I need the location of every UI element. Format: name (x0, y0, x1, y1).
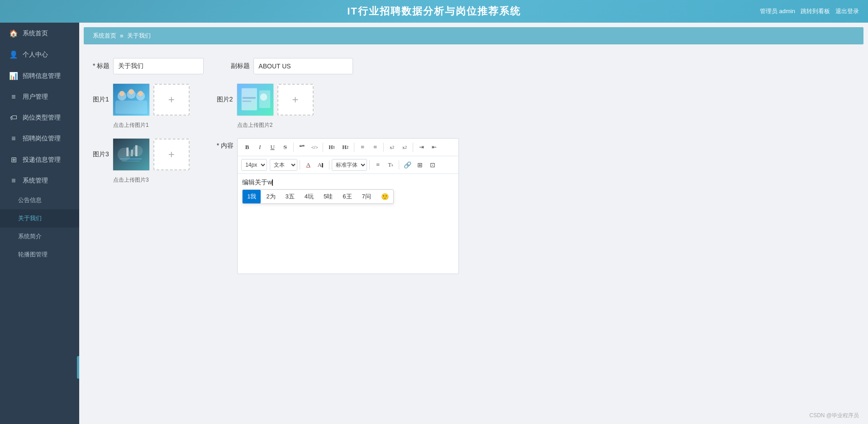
header: IT行业招聘数据分析与岗位推荐系统 管理员 admin 跳转到看板 退出登录 (0, 0, 868, 23)
title-input[interactable] (113, 58, 204, 74)
scrollbar-indicator (77, 356, 79, 379)
toolbar-sub[interactable]: x2 (386, 141, 398, 153)
ime-item-4[interactable]: 4玩 (300, 190, 318, 203)
toolbar-ul[interactable]: ≡ (369, 141, 381, 153)
sidebar-sub-about[interactable]: 关于我们 (0, 209, 79, 227)
toolbar-link[interactable]: 🔗 (401, 159, 413, 171)
image3-row: 图片3 (93, 138, 190, 171)
header-actions: 管理员 admin 跳转到看板 退出登录 (760, 7, 859, 15)
svg-rect-12 (242, 97, 255, 99)
toolbar-row2: 14px 12px 16px 18px 20px 文本 标题1 标题2 (238, 156, 458, 174)
layout: 🏠 系统首页 👤 个人中心 📊 招聘信息管理 ≡ 用户管理 🏷 岗位类型管理 ≡… (0, 23, 868, 424)
logout-link[interactable]: 退出登录 (835, 7, 859, 15)
svg-point-5 (119, 91, 124, 96)
image3-label: 图片3 (93, 150, 109, 159)
toolbar-bold[interactable]: B (241, 141, 253, 153)
rich-text-editor: B I U S ❝❞ </> H1 H2 ≡ ≡ (237, 138, 459, 274)
toolbar-sep1 (293, 143, 294, 152)
sidebar-sub-menu: 公告信息 关于我们 系统简介 轮播图管理 (0, 191, 79, 264)
image1-section: 图片1 (93, 83, 190, 129)
form-content: * 标题 副标题 图片1 (79, 49, 868, 283)
toolbar-ol[interactable]: ≡ (357, 141, 368, 153)
toolbar-fullscreen[interactable]: ⊡ (427, 159, 439, 171)
toolbar-underline[interactable]: U (267, 141, 278, 153)
subtitle-label: 副标题 (231, 62, 250, 70)
sidebar-item-home[interactable]: 🏠 系统首页 (0, 23, 79, 44)
sidebar-item-system-label: 系统管理 (23, 177, 48, 185)
image2-upload[interactable]: + (277, 84, 314, 116)
toolbar-code[interactable]: </> (309, 141, 320, 153)
toolbar-align[interactable]: ≡ (372, 159, 384, 171)
jobs-icon: 📊 (9, 72, 18, 80)
image1-upload[interactable]: + (153, 84, 190, 116)
image2-preview (237, 83, 274, 116)
breadcrumb-current: 关于我们 (127, 32, 151, 40)
toolbar-sep7 (329, 160, 329, 169)
ime-item-7[interactable]: 7问 (358, 190, 376, 203)
ime-item-3[interactable]: 3五 (281, 190, 299, 203)
toolbar-quote[interactable]: ❝❞ (296, 141, 308, 153)
admin-label: 管理员 admin (760, 7, 795, 15)
toolbar-font-family[interactable]: 标准字体 宋体 黑体 (332, 159, 367, 171)
toolbar-table[interactable]: ⊞ (414, 159, 426, 171)
users-icon: ≡ (9, 93, 18, 101)
sidebar-item-profile[interactable]: 👤 个人中心 (0, 44, 79, 65)
subtitle-input[interactable] (253, 58, 353, 74)
ime-item-2[interactable]: 2为 (262, 190, 280, 203)
breadcrumb-home[interactable]: 系统首页 (93, 32, 116, 40)
toolbar-h1[interactable]: H1 (325, 141, 338, 153)
applications-icon: ⊞ (9, 155, 18, 164)
toolbar-indent[interactable]: ⇥ (415, 141, 427, 153)
sidebar-item-users[interactable]: ≡ 用户管理 (0, 87, 79, 107)
toolbar-italic[interactable]: I (254, 141, 266, 153)
title-row: * 标题 副标题 (93, 58, 854, 74)
svg-rect-18 (122, 161, 139, 162)
sidebar-item-users-label: 用户管理 (23, 93, 48, 101)
toolbar-font-color[interactable]: A (302, 159, 314, 171)
image1-row: 图片1 (93, 83, 190, 116)
svg-rect-9 (241, 88, 257, 111)
toolbar-row1: B I U S ❝❞ </> H1 H2 ≡ ≡ (238, 139, 458, 156)
dashboard-link[interactable]: 跳转到看板 (801, 7, 830, 15)
ime-emoji[interactable]: 🙂 (377, 190, 393, 203)
toolbar-outdent[interactable]: ⇤ (428, 141, 440, 153)
ime-item-1[interactable]: 1我 (243, 190, 261, 203)
image2-section: 图片2 (217, 83, 314, 129)
sidebar-sub-carousel[interactable]: 轮播图管理 (0, 246, 79, 264)
image3-upload[interactable]: + (153, 139, 190, 170)
toolbar-strikethrough[interactable]: S (279, 141, 291, 153)
ime-dropdown: 1我 2为 3五 4玩 5哇 6王 7问 🙂 (242, 189, 394, 204)
toolbar-font-bg[interactable]: A▌ (315, 159, 327, 171)
toolbar-font-style[interactable]: 文本 标题1 标题2 (270, 159, 297, 171)
sidebar-item-positions-label: 招聘岗位管理 (23, 135, 61, 143)
content-label: * 内容 (217, 138, 234, 150)
toolbar-clear[interactable]: Tx (385, 159, 396, 171)
image2-row: 图片2 (217, 83, 314, 116)
editor-text: 编辑关于w (242, 178, 272, 186)
subtitle-group: 副标题 (231, 58, 353, 74)
sidebar-sub-intro[interactable]: 系统简介 (0, 227, 79, 246)
app-title: IT行业招聘数据分析与岗位推荐系统 (347, 5, 521, 18)
sidebar-sub-announcements[interactable]: 公告信息 (0, 191, 79, 209)
image1-hint: 点击上传图片1 (113, 121, 149, 129)
sidebar-item-positions[interactable]: ≡ 招聘岗位管理 (0, 128, 79, 149)
title-group: * 标题 (93, 58, 204, 74)
images-row: 图片1 (93, 83, 854, 129)
svg-rect-13 (242, 101, 251, 102)
ime-item-5[interactable]: 5哇 (319, 190, 337, 203)
toolbar-sep4 (383, 143, 384, 152)
sidebar-item-applications[interactable]: ⊞ 投递信息管理 (0, 149, 79, 170)
toolbar-sep8 (369, 160, 370, 169)
toolbar-h2[interactable]: H2 (339, 141, 352, 153)
editor-body[interactable]: 编辑关于w 1我 2为 3五 4玩 5哇 6王 7问 🙂 (238, 174, 458, 274)
svg-point-11 (260, 93, 267, 101)
sidebar-item-profile-label: 个人中心 (23, 51, 48, 59)
sidebar: 🏠 系统首页 👤 个人中心 📊 招聘信息管理 ≡ 用户管理 🏷 岗位类型管理 ≡… (0, 23, 79, 424)
sidebar-item-jobs[interactable]: 📊 招聘信息管理 (0, 65, 79, 87)
toolbar-sup[interactable]: x2 (399, 141, 410, 153)
sidebar-item-position-types[interactable]: 🏷 岗位类型管理 (0, 107, 79, 128)
sidebar-item-system[interactable]: ≡ 系统管理 (0, 170, 79, 191)
toolbar-font-size[interactable]: 14px 12px 16px 18px 20px (241, 159, 267, 171)
ime-item-6[interactable]: 6王 (338, 190, 356, 203)
svg-rect-20 (131, 149, 133, 156)
